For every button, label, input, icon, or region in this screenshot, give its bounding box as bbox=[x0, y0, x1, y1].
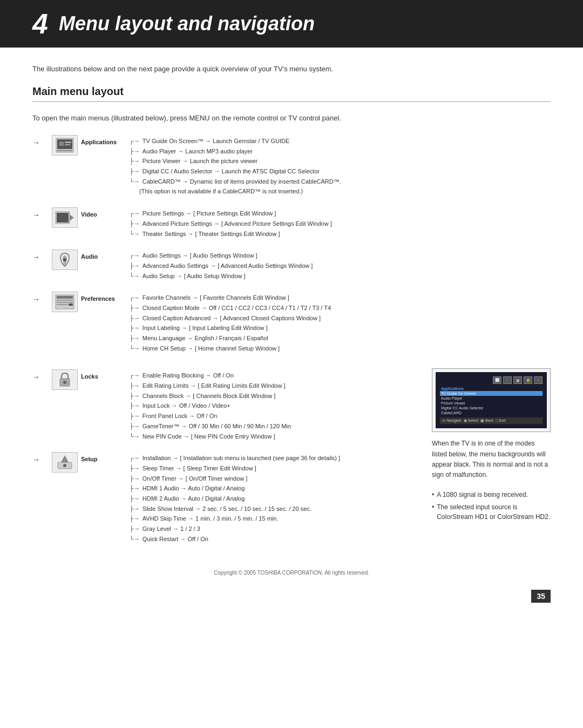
page-container: 4 Menu layout and navigation The illustr… bbox=[0, 0, 583, 614]
list-item: (This option is not available if a Cable… bbox=[130, 186, 551, 197]
items-applications: ┌→TV Guide On Screen™ → Launch Gemstar /… bbox=[130, 134, 551, 197]
list-item: └→Home CH Setup → [ Home channel Setup W… bbox=[130, 343, 551, 354]
svg-rect-13 bbox=[57, 302, 73, 303]
tv-screen: ⬜ 🎵 🖥 🔒 ↑ Applications TV Guide On Scree… bbox=[436, 372, 547, 428]
icon-col-preferences bbox=[49, 291, 81, 312]
nav-select: ◉ Select bbox=[464, 419, 478, 423]
menu-row-setup: → Setup ┌→Inst bbox=[32, 451, 421, 544]
list-item: ├→HDMI 2 Audio → Auto / Digital / Analog bbox=[130, 494, 421, 504]
items-audio: ┌→Audio Settings → [ Audio Settings Wind… bbox=[130, 248, 551, 281]
items-locks: ┌→Enable Rating Blocking → Off / On ├→Ed… bbox=[130, 368, 421, 441]
list-item: ├→HDMI 1 Audio → Auto / Digital / Analog bbox=[130, 483, 421, 494]
list-item: ┌→Picture Settings → [ Picture Settings … bbox=[130, 208, 551, 219]
icon-col-audio bbox=[49, 248, 81, 270]
menu-row-applications: → Applications ┌→TV Guide On Sc bbox=[32, 134, 551, 197]
section-header: Main menu layout bbox=[32, 85, 551, 102]
svg-rect-15 bbox=[69, 304, 73, 306]
locks-icon bbox=[52, 369, 78, 390]
tv-icon-4: 🔒 bbox=[524, 376, 532, 384]
video-icon bbox=[52, 207, 78, 228]
items-setup: ┌→Installation → [ Installation sub menu… bbox=[130, 451, 421, 544]
audio-icon bbox=[52, 250, 78, 270]
right-note-text: When the TV is in one of the modes liste… bbox=[432, 439, 551, 480]
label-preferences: Preferences bbox=[81, 291, 130, 303]
list-item: └→Theater Settings → [ Theater Settings … bbox=[130, 229, 551, 239]
section-intro: To open the main menus (illustrated belo… bbox=[32, 113, 551, 124]
list-item: ┌→Favorite Channels → [ Favorite Channel… bbox=[130, 293, 551, 303]
items-video: ┌→Picture Settings → [ Picture Settings … bbox=[130, 206, 551, 239]
list-item: └→CableCARD™ → Dynamic list of items pro… bbox=[130, 177, 551, 187]
svg-rect-12 bbox=[57, 300, 73, 301]
menu-row-preferences: → Preferences ┌→Favorite Channe bbox=[32, 291, 551, 353]
menu-row-locks: → Locks ┌→Enab bbox=[32, 368, 421, 441]
list-item: ├→Front Panel Lock → Off / On bbox=[130, 411, 421, 421]
intro-text: The illustrations below and on the next … bbox=[32, 64, 551, 75]
right-panel: ⬜ 🎵 🖥 🔒 ↑ Applications TV Guide On Scree… bbox=[432, 368, 551, 524]
svg-rect-2 bbox=[59, 141, 64, 146]
list-item: ├→Input Lock → Off / Video / Video+ bbox=[130, 401, 421, 411]
list-item: ├→Closed Caption Advanced → [ Advanced C… bbox=[130, 313, 551, 323]
svg-point-17 bbox=[63, 381, 66, 384]
tv-menu-item: Digital CC Audio Selector bbox=[440, 406, 543, 410]
list-item: ├→Slide Show Interval → 2 sec. / 5 sec. … bbox=[130, 504, 421, 514]
list-item: ├→On/Off Timer → [ On/Off Timer window ] bbox=[130, 474, 421, 484]
bottom-section: → Locks ┌→Enab bbox=[32, 368, 551, 554]
svg-rect-7 bbox=[57, 213, 69, 223]
row-arrow-setup: → bbox=[32, 451, 49, 464]
list-item: ├→Picture Viewer → Launch the picture vi… bbox=[130, 156, 551, 166]
tv-section-label: Applications bbox=[440, 386, 543, 391]
icon-col-setup bbox=[49, 451, 81, 473]
row-arrow-preferences: → bbox=[32, 291, 49, 304]
svg-marker-19 bbox=[61, 455, 69, 462]
tv-nav-bar: ⊙ Navigate ◉ Select ▣ Back □ Exit bbox=[440, 417, 543, 424]
preferences-icon bbox=[52, 292, 78, 312]
list-item: ├→Edit Rating Limits → [ Edit Rating Lim… bbox=[130, 381, 421, 391]
list-item: ├→Advanced Picture Settings → [ Advanced… bbox=[130, 219, 551, 229]
label-locks: Locks bbox=[81, 368, 130, 381]
items-preferences: ┌→Favorite Channels → [ Favorite Channel… bbox=[130, 291, 551, 353]
chapter-title: Menu layout and navigation bbox=[59, 12, 315, 35]
list-item: ├→Channels Block → [ Channels Block Edit… bbox=[130, 391, 421, 401]
bullet-text-1: A 1080 signal is being received. bbox=[437, 490, 528, 500]
chapter-number: 4 bbox=[32, 10, 48, 38]
icon-col-locks bbox=[49, 368, 81, 390]
tv-icon-1: ⬜ bbox=[493, 376, 501, 384]
row-arrow-video: → bbox=[32, 206, 49, 219]
label-applications: Applications bbox=[81, 134, 130, 146]
page-number: 35 bbox=[531, 590, 551, 603]
tv-screenshot: ⬜ 🎵 🖥 🔒 ↑ Applications TV Guide On Scree… bbox=[432, 368, 551, 432]
bullet-item-2: • The selected input source is ColorStre… bbox=[432, 502, 551, 522]
menu-row-video: → Video ┌→Picture Settings → [ Picture S… bbox=[32, 206, 551, 239]
tv-menu-item: Audio Player bbox=[440, 396, 543, 401]
tv-menu-item: TV Guide On Screen bbox=[440, 391, 543, 396]
label-audio: Audio bbox=[81, 248, 130, 261]
svg-rect-14 bbox=[57, 304, 67, 305]
list-item: └→Quick Restart → Off / On bbox=[130, 534, 421, 544]
applications-icon bbox=[52, 135, 78, 156]
list-item: ├→Advanced Audio Settings → [ Advanced A… bbox=[130, 261, 551, 271]
svg-rect-5 bbox=[57, 150, 72, 151]
svg-rect-4 bbox=[65, 144, 70, 145]
list-item: └→Audio Setup → [ Audio Setup Window ] bbox=[130, 271, 551, 281]
list-item: ┌→Installation → [ Installation sub menu… bbox=[130, 453, 421, 463]
icon-col-applications bbox=[49, 134, 81, 156]
bullet-item-1: • A 1080 signal is being received. bbox=[432, 490, 551, 500]
tv-screen-header: ⬜ 🎵 🖥 🔒 ↑ bbox=[440, 376, 543, 384]
list-item: ├→Closed Caption Mode → Off / CC1 / CC2 … bbox=[130, 303, 551, 313]
list-item: ├→Gray Level → 1 / 2 / 3 bbox=[130, 524, 421, 534]
label-setup: Setup bbox=[81, 451, 130, 463]
section-title: Main menu layout bbox=[32, 85, 551, 98]
svg-point-20 bbox=[63, 464, 66, 467]
tv-menu-item: Picture Viewer bbox=[440, 401, 543, 406]
list-item: ├→Input Labeling → [ Input Labeling Edit… bbox=[130, 323, 551, 333]
menu-layout: → Applications ┌→TV Guide On Sc bbox=[32, 134, 551, 554]
svg-marker-8 bbox=[70, 214, 74, 221]
tv-icon-3: 🖥 bbox=[513, 376, 522, 384]
svg-point-9 bbox=[63, 258, 66, 261]
list-item: ├→Menu Language → English / Français / E… bbox=[130, 333, 551, 343]
list-item: ├→Audio Player → Launch MP3 audio player bbox=[130, 146, 551, 157]
list-item: ┌→Enable Rating Blocking → Off / On bbox=[130, 370, 421, 381]
list-item: └→New PIN Code → [ New PIN Code Entry Wi… bbox=[130, 432, 421, 442]
tv-menu-item: CableCARD bbox=[440, 410, 543, 415]
nav-exit: □ Exit bbox=[496, 419, 506, 423]
